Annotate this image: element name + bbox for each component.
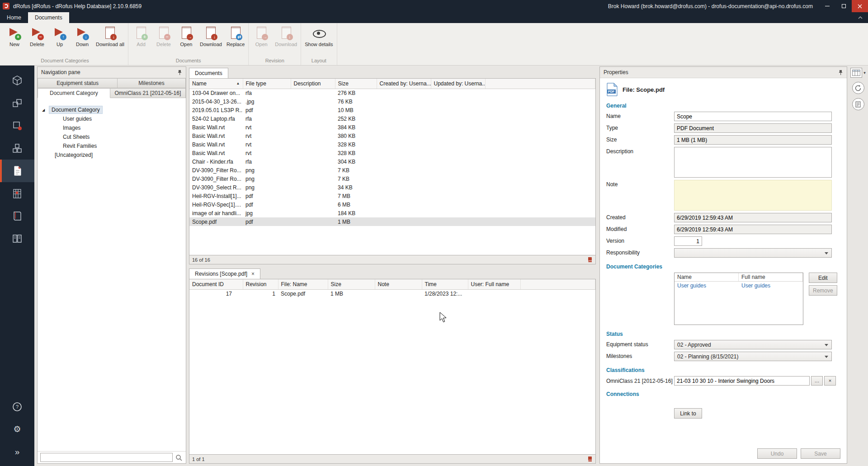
- pin-icon[interactable]: [838, 70, 843, 75]
- omniclass-field[interactable]: [674, 376, 810, 386]
- col-user[interactable]: User: Full name: [468, 279, 520, 289]
- pin-icon[interactable]: [177, 70, 182, 75]
- document-row[interactable]: Heil-RGV-Install[1]... pdf 7 MB: [189, 192, 595, 200]
- edit-categories-button[interactable]: Edit: [809, 273, 837, 283]
- tab-home[interactable]: Home: [0, 12, 28, 23]
- document-row[interactable]: Scope.pdf pdf 1 MB: [189, 217, 595, 226]
- note-field[interactable]: [674, 180, 832, 211]
- audit-panel-button[interactable]: [852, 98, 864, 110]
- tab-documents[interactable]: Documents: [28, 12, 69, 23]
- close-tab-icon[interactable]: ×: [251, 272, 255, 276]
- col-description[interactable]: Description: [291, 79, 335, 89]
- col-updated-by[interactable]: Updated by: Userna...: [431, 79, 485, 89]
- layout-grid-button[interactable]: [850, 68, 862, 78]
- ribbon-button[interactable]: + New: [3, 24, 26, 57]
- document-row[interactable]: DV-3090_Filter Ro... png 7 KB: [189, 166, 595, 174]
- document-row[interactable]: image of air handli... jpg 184 KB: [189, 209, 595, 217]
- equipment-status-select[interactable]: 02 - Approved: [674, 340, 832, 349]
- ribbon-button[interactable]: ↓ Download: [198, 24, 224, 57]
- settings-button[interactable]: ⚙: [0, 418, 34, 441]
- tree-item[interactable]: User guides: [42, 114, 184, 123]
- tree-expander-icon[interactable]: ◢: [42, 108, 49, 112]
- document-row[interactable]: Heil-RGV-Spec[1].... pdf 6 MB: [189, 200, 595, 209]
- book-icon[interactable]: [587, 257, 593, 263]
- ribbon-button[interactable]: ↓ Down: [71, 24, 94, 57]
- expand-rail-button[interactable]: »: [0, 441, 34, 463]
- document-row[interactable]: DV-3090_Filter Ro... png 7 KB: [189, 174, 595, 183]
- name-field[interactable]: [674, 112, 832, 121]
- document-row[interactable]: Basic Wall.rvt rvt 328 KB: [189, 140, 595, 149]
- undo-button[interactable]: Undo: [757, 448, 797, 459]
- help-button[interactable]: ?: [0, 395, 34, 418]
- rail-item-logs[interactable]: [0, 227, 34, 250]
- document-row[interactable]: Basic Wall.rvt rvt 380 KB: [189, 132, 595, 140]
- category-fullname-link[interactable]: User guides: [739, 282, 803, 290]
- book-icon[interactable]: [587, 456, 593, 462]
- revision-row[interactable]: 17 1 Scope.pdf 1 MB 1/28/2023 12:...: [189, 289, 595, 298]
- ribbon-button[interactable]: + Add: [130, 24, 152, 57]
- remove-category-button[interactable]: Remove: [809, 285, 837, 296]
- documents-grid-tab[interactable]: Documents: [189, 68, 228, 78]
- col-time[interactable]: Time: [422, 279, 468, 289]
- link-to-button[interactable]: Link to: [674, 408, 702, 419]
- ribbon-button[interactable]: − Delete: [152, 24, 175, 57]
- search-input[interactable]: [40, 453, 173, 462]
- ribbon-button[interactable]: → Open: [250, 24, 273, 57]
- tab-equipment-status[interactable]: Equipment status: [38, 78, 118, 88]
- col-file-type[interactable]: File type: [243, 79, 291, 89]
- document-row[interactable]: 2019.05.01 LS3P R... pdf 10 MB: [189, 106, 595, 114]
- tab-document-category[interactable]: Document Category: [38, 88, 110, 98]
- save-button[interactable]: Save: [801, 448, 840, 459]
- document-row[interactable]: Basic Wall.rvt rvt 384 KB: [189, 123, 595, 132]
- document-row[interactable]: Chair - Kinder.rfa rfa 304 KB: [189, 157, 595, 166]
- omniclass-clear-button[interactable]: ×: [824, 376, 836, 386]
- milestones-select[interactable]: 02 - Planning (8/15/2021): [674, 352, 832, 361]
- tree-root-row[interactable]: ◢ Document Category: [42, 105, 184, 114]
- description-field[interactable]: [674, 147, 832, 178]
- ribbon-button[interactable]: ↓ Download all: [94, 24, 127, 57]
- col-file-name[interactable]: File: Name: [278, 279, 328, 289]
- tab-omniclass[interactable]: OmniClass 21 [2012-05-16]: [110, 88, 186, 98]
- tree-item[interactable]: [Uncategorized]: [42, 151, 184, 160]
- rail-item-projects[interactable]: [0, 69, 34, 92]
- col-size[interactable]: Size: [335, 79, 377, 89]
- col-rev-size[interactable]: Size: [328, 279, 375, 289]
- tree-item[interactable]: Cut Sheets: [42, 132, 184, 141]
- ribbon-button[interactable]: ⇄ Replace: [224, 24, 247, 57]
- document-row[interactable]: DV-3090_Select R... png 34 KB: [189, 183, 595, 192]
- rail-item-products[interactable]: [0, 137, 34, 160]
- ribbon-button[interactable]: − Delete: [26, 24, 48, 57]
- tree-root-label[interactable]: Document Category: [49, 106, 103, 114]
- omniclass-browse-button[interactable]: …: [811, 376, 823, 386]
- responsibility-select[interactable]: [674, 248, 832, 258]
- revisions-tab[interactable]: Revisions [Scope.pdf] ×: [189, 268, 260, 279]
- minimize-button[interactable]: [819, 0, 835, 12]
- document-row[interactable]: Basic Wall.rvt rvt 328 KB: [189, 149, 595, 157]
- tab-milestones[interactable]: Milestones: [118, 78, 186, 88]
- tree-item[interactable]: Revit Families: [42, 141, 184, 151]
- collapse-ribbon-button[interactable]: [853, 12, 868, 23]
- col-document-id[interactable]: Document ID: [189, 279, 243, 289]
- close-button[interactable]: [852, 0, 868, 12]
- rail-item-rooms[interactable]: [0, 92, 34, 114]
- col-name[interactable]: Name▲: [189, 79, 243, 89]
- ribbon-button[interactable]: Show details: [302, 24, 335, 57]
- document-row[interactable]: 2015-04-30_13-26... .jpg 76 KB: [189, 97, 595, 106]
- col-note[interactable]: Note: [375, 279, 422, 289]
- search-icon[interactable]: [175, 454, 182, 461]
- version-field[interactable]: [674, 236, 702, 246]
- col-created-by[interactable]: Created by: Userna...: [377, 79, 431, 89]
- ribbon-button[interactable]: ↓ Download: [273, 24, 299, 57]
- category-row[interactable]: User guides User guides: [675, 282, 803, 290]
- maximize-button[interactable]: [835, 0, 852, 12]
- category-name-link[interactable]: User guides: [675, 282, 739, 290]
- caret-down-icon[interactable]: ▾: [863, 71, 866, 75]
- history-panel-button[interactable]: [852, 82, 864, 94]
- rail-item-reports[interactable]: [0, 205, 34, 227]
- col-revision[interactable]: Revision: [243, 279, 278, 289]
- rail-item-documents[interactable]: [0, 160, 34, 182]
- rail-item-systems[interactable]: [0, 182, 34, 205]
- tree-item[interactable]: Images: [42, 123, 184, 132]
- document-row[interactable]: 103-04 Drawer on... rfa 276 KB: [189, 89, 595, 97]
- rail-item-items[interactable]: [0, 114, 34, 137]
